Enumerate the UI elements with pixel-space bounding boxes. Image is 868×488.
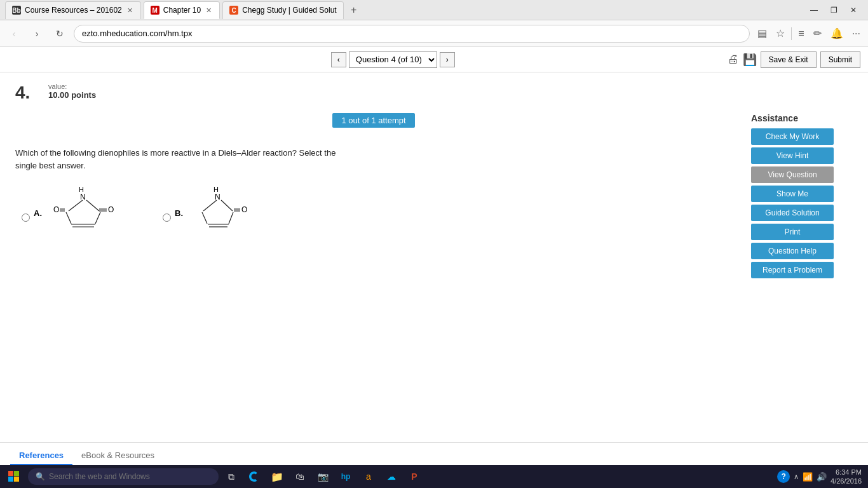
- chevron-up-icon[interactable]: ∧: [794, 473, 799, 481]
- svg-text:O: O: [53, 205, 59, 214]
- svg-rect-27: [8, 477, 13, 482]
- choice-b-radio[interactable]: [163, 214, 171, 222]
- svg-line-11: [95, 212, 100, 224]
- back-button[interactable]: ‹: [5, 25, 23, 43]
- refresh-button[interactable]: ↻: [51, 25, 69, 43]
- file-explorer-icon[interactable]: 📁: [267, 466, 287, 487]
- address-bar: ‹ › ↻ ▤ ☆ ≡ ✏ 🔔 ···: [0, 20, 868, 47]
- svg-text:O: O: [108, 205, 114, 214]
- question-nav-bar: ‹ Question 4 (of 10) › 🖨 💾 Save & Exit S…: [0, 47, 868, 72]
- more-options-icon[interactable]: ···: [850, 25, 863, 42]
- tab-chegg[interactable]: C Chegg Study | Guided Solut: [222, 1, 344, 19]
- edge-icon: [248, 470, 261, 483]
- show-me-button[interactable]: Show Me: [751, 186, 834, 202]
- question-help-button[interactable]: Question Help: [751, 243, 834, 259]
- question-left-panel: 1 out of 1 attempt Which of the followin…: [15, 113, 732, 281]
- svg-line-10: [66, 212, 71, 224]
- view-hint-button[interactable]: View Hint: [751, 147, 834, 164]
- points-value: 10.00 points: [48, 90, 96, 100]
- browser-toolbar: ▤ ☆ ≡ ✏ 🔔 ···: [755, 25, 863, 42]
- tab-references[interactable]: References: [10, 445, 72, 465]
- structure-a: H N O O: [48, 184, 125, 241]
- svg-rect-25: [8, 471, 13, 476]
- svg-line-21: [202, 212, 207, 224]
- address-input[interactable]: [74, 25, 750, 43]
- question-select-dropdown[interactable]: Question 4 (of 10): [349, 51, 437, 68]
- powerpoint-icon[interactable]: P: [404, 466, 424, 487]
- next-question-button[interactable]: ›: [440, 52, 455, 67]
- hp-icon[interactable]: hp: [336, 466, 356, 487]
- task-view-button[interactable]: ⧉: [221, 466, 241, 487]
- value-label: value:: [48, 83, 96, 90]
- minimize-button[interactable]: —: [806, 4, 822, 16]
- start-button[interactable]: [3, 466, 25, 487]
- taskbar-search-icon: 🔍: [36, 472, 45, 481]
- network-icon[interactable]: 📶: [803, 472, 813, 482]
- tab-label-bb: Course Resources – 201602: [25, 6, 122, 15]
- hamburger-menu-icon[interactable]: ≡: [796, 25, 806, 42]
- camera-icon[interactable]: 📷: [313, 466, 333, 487]
- reader-view-icon[interactable]: ▤: [755, 25, 770, 42]
- tab-ebook[interactable]: eBook & Resources: [72, 445, 163, 465]
- svg-line-4: [69, 200, 83, 211]
- tab-close-chapter10[interactable]: ✕: [205, 5, 213, 16]
- toolbar-divider: [791, 27, 792, 40]
- maximize-button[interactable]: ❐: [827, 4, 841, 16]
- volume-icon[interactable]: 🔊: [817, 472, 827, 482]
- attempt-row: 1 out of 1 attempt: [15, 113, 732, 138]
- print-nav-icon[interactable]: 🖨: [728, 53, 739, 66]
- choice-b: B. H N O: [163, 184, 253, 241]
- title-bar: Bb Course Resources – 201602 ✕ M Chapter…: [0, 0, 868, 20]
- bottom-tabs: References eBook & Resources: [0, 442, 868, 465]
- question-body: 1 out of 1 attempt Which of the followin…: [15, 113, 853, 281]
- assistance-panel: Assistance Check My Work View Hint View …: [751, 113, 853, 281]
- tab-course-resources[interactable]: Bb Course Resources – 201602 ✕: [5, 1, 141, 19]
- check-my-work-button[interactable]: Check My Work: [751, 128, 834, 145]
- clock-date: 4/26/2016: [831, 477, 862, 485]
- annotation-icon[interactable]: ✏: [811, 25, 824, 42]
- svg-line-17: [203, 200, 217, 211]
- svg-line-18: [221, 200, 233, 211]
- save-nav-icon[interactable]: 💾: [743, 53, 757, 67]
- save-exit-button[interactable]: Save & Exit: [761, 51, 817, 68]
- tab-favicon-chegg: C: [229, 6, 238, 15]
- choice-b-label: B.: [175, 208, 183, 218]
- svg-line-22: [229, 212, 233, 224]
- store-icon[interactable]: 🛍: [290, 466, 310, 487]
- question-number: 4.: [15, 83, 38, 103]
- notification-icon[interactable]: 🔔: [828, 25, 846, 42]
- tab-close-bb[interactable]: ✕: [126, 5, 134, 16]
- structure-b: H N O: [189, 184, 253, 241]
- taskbar-search-input[interactable]: [49, 472, 211, 481]
- report-problem-button[interactable]: Report a Problem: [751, 262, 834, 278]
- choice-a-radio[interactable]: [22, 214, 30, 222]
- submit-button[interactable]: Submit: [820, 51, 860, 68]
- edge-taskbar-icon[interactable]: [244, 466, 264, 487]
- prev-question-button[interactable]: ‹: [331, 52, 346, 67]
- svg-text:O: O: [241, 205, 247, 214]
- question-header: 4. value: 10.00 points: [15, 83, 853, 103]
- forward-button[interactable]: ›: [28, 25, 46, 43]
- bookmark-star-icon[interactable]: ☆: [773, 25, 787, 42]
- system-tray: ? ∧ 📶 🔊 6:34 PM 4/26/2016: [777, 468, 865, 486]
- close-button[interactable]: ✕: [846, 4, 860, 16]
- amazon-icon[interactable]: a: [358, 466, 379, 487]
- new-tab-button[interactable]: +: [346, 3, 362, 18]
- tab-favicon-bb: Bb: [12, 6, 21, 15]
- question-text: Which of the following dienophiles is mo…: [15, 147, 732, 172]
- system-clock[interactable]: 6:34 PM 4/26/2016: [831, 468, 862, 486]
- taskbar-search[interactable]: 🔍: [28, 468, 219, 485]
- answer-choices: A. H N O O: [22, 184, 732, 241]
- svg-rect-28: [14, 477, 19, 482]
- cloud-icon[interactable]: ☁: [381, 466, 402, 487]
- taskbar: 🔍 ⧉ 📁 🛍 📷 hp a ☁ P ? ∧ 📶 🔊 6:34 PM 4/26/…: [0, 465, 868, 488]
- svg-rect-26: [14, 471, 19, 476]
- guided-solution-button[interactable]: Guided Solution: [751, 205, 834, 221]
- tab-chapter10[interactable]: M Chapter 10 ✕: [144, 1, 220, 19]
- question-nav-actions: 🖨 💾 Save & Exit Submit: [728, 51, 860, 68]
- tab-favicon-m: M: [151, 6, 159, 15]
- help-icon[interactable]: ?: [777, 470, 790, 483]
- print-button[interactable]: Print: [751, 224, 834, 240]
- question-value-block: value: 10.00 points: [48, 83, 96, 100]
- view-question-button[interactable]: View Question: [751, 166, 834, 183]
